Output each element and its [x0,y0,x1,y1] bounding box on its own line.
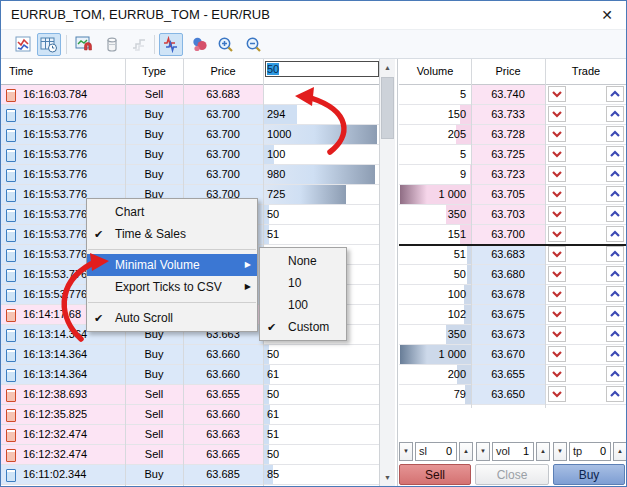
vol-decrease-button[interactable]: ▼ [476,442,490,461]
submenu-item-100[interactable]: 100 [260,294,346,316]
buy-at-price-button[interactable] [606,166,624,182]
menu-item-export-ticks-to-csv[interactable]: Export Ticks to CSV▶ [87,276,257,298]
sl-decrease-button[interactable]: ▼ [399,442,413,461]
buy-at-price-button[interactable] [606,106,624,122]
sell-at-price-button[interactable] [548,366,566,382]
depth-cylinder-button[interactable] [100,33,124,56]
buy-at-price-button[interactable] [606,306,624,322]
buy-at-price-button[interactable] [606,226,624,242]
tp-increase-button[interactable]: ▲ [613,442,627,461]
buy-at-price-button[interactable] [606,386,624,402]
menu-item-chart[interactable]: Chart [87,201,257,223]
tick-volume-cell: 51 [263,425,379,444]
sell-at-price-button[interactable] [548,286,566,302]
buy-at-price-button[interactable] [606,286,624,302]
buy-at-price-button[interactable] [606,346,624,362]
sell-at-price-button[interactable] [548,386,566,402]
bubbles-button[interactable] [187,33,211,56]
column-header-dom-price[interactable]: Price [471,59,545,84]
vol-input[interactable]: vol 1 [492,442,534,461]
new-chart-button[interactable] [11,33,35,56]
tick-volume: 61 [267,405,279,424]
tape-row[interactable]: 16:15:53.776Buy63.7001000 [1,125,379,145]
dom-price: 63.700 [471,225,545,244]
sell-at-price-button[interactable] [548,266,566,282]
bubbles-icon [191,36,208,53]
sell-at-price-button[interactable] [548,206,566,222]
column-header-type[interactable]: Type [125,59,183,84]
buy-at-price-button[interactable] [606,266,624,282]
sell-at-price-button[interactable] [548,166,566,182]
sell-at-price-button[interactable] [548,86,566,102]
tape-row[interactable]: 16:11:02.344Buy63.68585 [1,465,379,485]
submenu-item-custom[interactable]: ✔Custom [260,316,346,338]
time-sales-table-button[interactable] [37,33,61,56]
submenu-item-none[interactable]: None [260,250,346,272]
buy-at-price-button[interactable] [606,246,624,262]
bid-row: 20063.655 [399,365,627,385]
sell-at-price-button[interactable] [548,306,566,322]
column-header-price[interactable]: Price [183,59,263,84]
panel-splitter[interactable] [397,59,398,487]
sell-at-price-button[interactable] [548,126,566,142]
buy-at-price-button[interactable] [606,86,624,102]
buy-button[interactable]: Buy [553,464,625,485]
vol-increase-button[interactable]: ▲ [536,442,550,461]
sell-at-price-button[interactable] [548,326,566,342]
tick-chart-button[interactable] [159,33,183,56]
market-steps-button[interactable] [127,33,151,56]
submenu-arrow-icon: ▶ [245,254,251,276]
zoom-in-button[interactable] [214,33,238,56]
tp-input[interactable]: tp 0 [569,442,611,461]
tick-volume: 61 [267,365,279,384]
column-header-time[interactable]: Time [9,59,33,84]
zoom-out-button[interactable] [242,33,266,56]
buy-at-price-button[interactable] [606,206,624,222]
sell-button[interactable]: Sell [399,464,471,485]
sell-at-price-button[interactable] [548,246,566,262]
sell-tick-icon [6,89,16,102]
minimal-volume-edit-input[interactable]: 50 [265,61,379,77]
scroll-down-arrow-icon[interactable]: ▼ [380,469,395,486]
scroll-up-arrow-icon[interactable]: ▲ [380,59,395,76]
chart-magnet-button[interactable] [72,33,96,56]
sell-at-price-button[interactable] [548,226,566,242]
tape-row[interactable]: 16:13:14.364Buy63.66061 [1,365,379,385]
sell-at-price-button[interactable] [548,106,566,122]
submenu-item-10[interactable]: 10 [260,272,346,294]
sell-at-price-button[interactable] [548,346,566,362]
column-header-volume[interactable]: Volume [399,59,471,84]
sell-at-price-button[interactable] [548,146,566,162]
tape-row[interactable]: 16:12:38.693Sell63.65550 [1,385,379,405]
tick-time: 16:15:53.776 [23,105,87,124]
buy-at-price-button[interactable] [606,186,624,202]
tp-decrease-button[interactable]: ▼ [553,442,567,461]
sell-at-price-button[interactable] [548,186,566,202]
sl-input[interactable]: sl 0 [415,442,457,461]
buy-tick-icon [6,329,16,342]
menu-item-time-sales[interactable]: ✔Time & Sales [87,223,257,245]
buy-at-price-button[interactable] [606,366,624,382]
ask-row: 20563.728 [399,125,627,145]
vertical-scrollbar[interactable]: ▲ ▼ [379,59,395,486]
menu-item-auto-scroll[interactable]: ✔Auto Scroll [87,307,257,329]
tape-row[interactable]: 16:13:14.364Buy63.66050 [1,345,379,365]
tape-row[interactable]: 16:12:32.474Sell63.66351 [1,425,379,445]
tick-time: 16:15:53.776 [23,205,87,224]
tick-volume-cell: 50 [263,205,379,224]
tape-row[interactable]: 16:12:32.474Sell63.66550 [1,445,379,465]
column-header-trade[interactable]: Trade [545,59,627,84]
close-button[interactable]: ✕ [594,4,620,26]
close-position-button[interactable]: Close [475,464,549,485]
scrollbar-thumb[interactable] [381,77,394,139]
tape-row[interactable]: 16:15:53.776Buy63.700980 [1,165,379,185]
sl-increase-button[interactable]: ▲ [459,442,473,461]
buy-at-price-button[interactable] [606,326,624,342]
menu-item-minimal-volume[interactable]: Minimal Volume▶ [87,254,257,276]
tape-row[interactable]: 16:16:03.784Sell63.683 [1,85,379,105]
buy-at-price-button[interactable] [606,126,624,142]
tape-row[interactable]: 16:15:53.776Buy63.700294 [1,105,379,125]
tape-row[interactable]: 16:15:53.776Buy63.700100 [1,145,379,165]
tape-row[interactable]: 16:12:35.825Sell63.66061 [1,405,379,425]
buy-at-price-button[interactable] [606,146,624,162]
